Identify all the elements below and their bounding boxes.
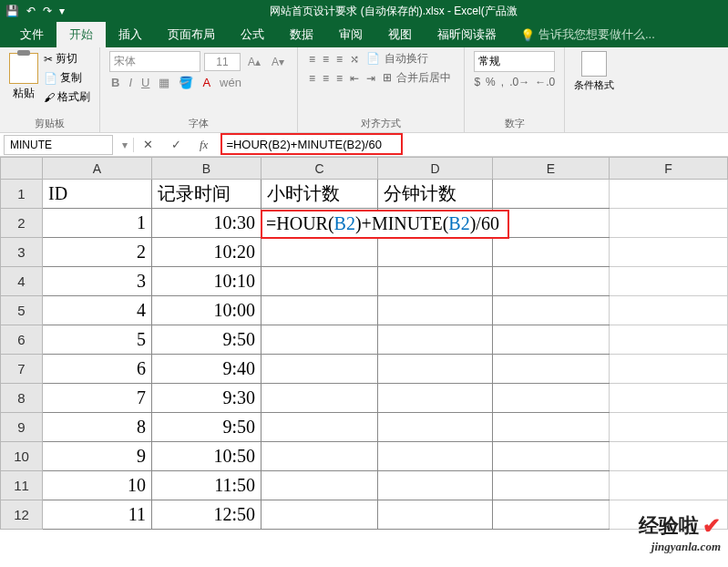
cell-D5[interactable] [378,296,493,325]
cell-C7[interactable] [261,355,378,384]
cell-F8[interactable] [610,384,728,413]
cell-F4[interactable] [610,267,728,296]
cell-C11[interactable] [261,471,378,500]
decrease-font-icon[interactable]: A▾ [268,54,288,70]
col-header-E[interactable]: E [493,158,610,180]
tab-review[interactable]: 审阅 [326,22,375,47]
row-header-1[interactable]: 1 [1,180,43,209]
cell-A11[interactable]: 10 [43,471,152,500]
fx-icon[interactable]: fx [190,138,217,152]
merge-center-button[interactable]: ⊞ 合并后居中 [381,70,455,86]
cell-C8[interactable] [261,384,378,413]
cell-D4[interactable] [378,267,493,296]
font-size-select[interactable]: 11 [204,53,241,71]
formula-input[interactable] [224,136,728,153]
row-header-2[interactable]: 2 [1,209,43,238]
cell-B8[interactable]: 9:30 [152,384,261,413]
cell-D9[interactable] [378,413,493,442]
cell-E9[interactable] [493,413,610,442]
select-all-corner[interactable] [1,158,43,180]
cell-E12[interactable] [493,500,610,530]
tell-me-search[interactable]: 💡 告诉我您想要做什么... [520,26,655,43]
phonetic-button[interactable]: wén [218,76,243,89]
decrease-decimal-icon[interactable]: ←.0 [535,76,555,88]
cell-B4[interactable]: 10:10 [152,267,261,296]
cell-C3[interactable] [261,238,378,267]
cell-B7[interactable]: 9:40 [152,355,261,384]
cell-C6[interactable] [261,325,378,355]
cell-B9[interactable]: 9:50 [152,413,261,442]
cell-A3[interactable]: 2 [43,238,152,267]
font-color-button[interactable]: A [200,76,212,89]
cell-C12[interactable] [261,500,378,530]
cell-A2[interactable]: 1 [43,209,152,238]
tab-insert[interactable]: 插入 [106,22,155,47]
cell-E2[interactable] [493,209,610,238]
row-header-7[interactable]: 7 [1,355,43,384]
col-header-F[interactable]: F [610,158,728,180]
copy-button[interactable]: 📄复制 [44,70,90,86]
tab-foxit[interactable]: 福昕阅读器 [425,22,509,47]
cell-B12[interactable]: 12:50 [152,500,261,530]
cut-button[interactable]: ✂剪切 [44,51,90,67]
align-center-icon[interactable]: ≡ [321,72,331,85]
cell-B3[interactable]: 10:20 [152,238,261,267]
tab-formulas[interactable]: 公式 [228,22,277,47]
cell-F11[interactable] [610,471,728,500]
conditional-format-button[interactable]: 条件格式 [574,51,614,92]
fill-color-button[interactable]: 🪣 [177,76,195,89]
row-header-10[interactable]: 10 [1,442,43,471]
cell-B11[interactable]: 11:50 [152,471,261,500]
align-middle-icon[interactable]: ≡ [321,53,331,66]
currency-icon[interactable]: $ [474,76,480,88]
cell-A4[interactable]: 3 [43,267,152,296]
cell-E3[interactable] [493,238,610,267]
row-header-12[interactable]: 12 [1,500,43,530]
cell-C10[interactable] [261,442,378,471]
cell-A6[interactable]: 5 [43,325,152,355]
col-header-A[interactable]: A [43,158,152,180]
row-header-8[interactable]: 8 [1,384,43,413]
cell-D6[interactable] [378,325,493,355]
align-left-icon[interactable]: ≡ [307,72,317,85]
align-right-icon[interactable]: ≡ [334,72,344,85]
qat-undo-icon[interactable]: ↶ [26,5,36,17]
namebox-dropdown-icon[interactable]: ▾ [117,139,133,151]
cell-A12[interactable]: 11 [43,500,152,530]
qat-redo-icon[interactable]: ↷ [43,5,52,17]
cell-C5[interactable] [261,296,378,325]
qat-save-icon[interactable]: 💾 [5,5,19,17]
col-header-C[interactable]: C [261,158,378,180]
cell-A9[interactable]: 8 [43,413,152,442]
cell-B1[interactable]: 记录时间 [152,180,261,209]
row-header-3[interactable]: 3 [1,238,43,267]
cell-E6[interactable] [493,325,610,355]
row-header-11[interactable]: 11 [1,471,43,500]
italic-button[interactable]: I [127,76,134,89]
indent-dec-icon[interactable]: ⇤ [348,72,361,85]
cell-D1[interactable]: 分钟计数 [378,180,493,209]
tab-layout[interactable]: 页面布局 [155,22,228,47]
cell-B10[interactable]: 10:50 [152,442,261,471]
cell-D11[interactable] [378,471,493,500]
cell-F2[interactable] [610,209,728,238]
increase-font-icon[interactable]: A▴ [244,54,264,70]
cell-B2[interactable]: 10:30 [152,209,261,238]
cell-B6[interactable]: 9:50 [152,325,261,355]
font-name-select[interactable]: 宋体 [109,51,200,72]
col-header-D[interactable]: D [378,158,493,180]
cancel-formula-icon[interactable]: ✕ [134,138,162,151]
cell-E8[interactable] [493,384,610,413]
number-format-select[interactable]: 常规 [474,51,555,72]
indent-inc-icon[interactable]: ⇥ [364,72,377,85]
cell-E1[interactable] [493,180,610,209]
orientation-icon[interactable]: ⤭ [348,53,361,66]
row-header-6[interactable]: 6 [1,325,43,355]
cell-F1[interactable] [610,180,728,209]
cell-C9[interactable] [261,413,378,442]
tab-file[interactable]: 文件 [7,22,56,47]
tab-data[interactable]: 数据 [277,22,326,47]
cell-F9[interactable] [610,413,728,442]
cell-D3[interactable] [378,238,493,267]
comma-icon[interactable]: , [501,76,504,88]
